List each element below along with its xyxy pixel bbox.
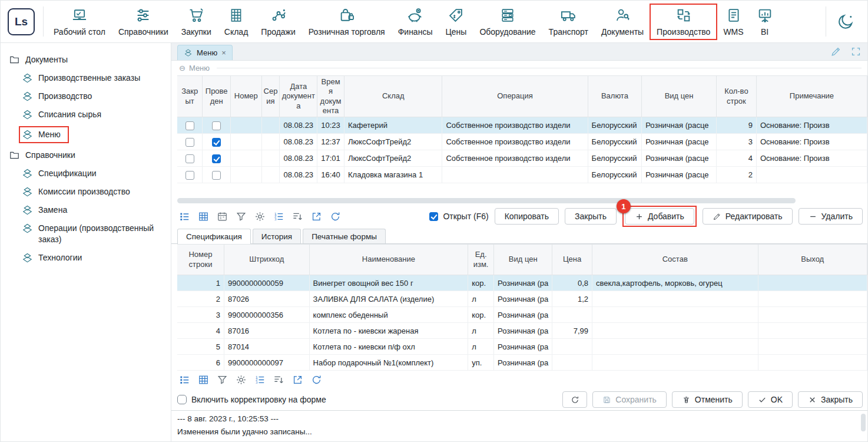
- table-row[interactable]: 4 87016 Котлета по - киевски жареная л Р…: [177, 323, 867, 339]
- cancel-button[interactable]: Отменить: [672, 391, 743, 408]
- column-header-number[interactable]: Номер: [231, 76, 261, 117]
- copy-button[interactable]: Копировать: [495, 208, 559, 225]
- tab-menu[interactable]: Меню ×: [177, 45, 233, 60]
- table-row[interactable]: 08.08.23 16:40 Кладовка магазина 1 Белор…: [177, 167, 867, 183]
- posted-checkbox[interactable]: [212, 121, 221, 130]
- nav-item-production[interactable]: Производство: [650, 4, 717, 39]
- table-row[interactable]: 5 87014 Котлета по - киевски п/ф охл л Р…: [177, 339, 867, 355]
- numbered-list-icon[interactable]: [254, 374, 266, 385]
- list-view-icon[interactable]: [179, 374, 190, 385]
- nav-item-transport[interactable]: Транспорт: [542, 4, 595, 39]
- column-header-barcode[interactable]: Штрихкод: [224, 245, 309, 275]
- nav-item-prices[interactable]: Цены: [439, 4, 473, 39]
- refresh-button[interactable]: [562, 391, 587, 408]
- nav-item-purchases[interactable]: Закупки: [175, 4, 218, 39]
- table-row[interactable]: 1 9900000000059 Винегрет овощной вес 150…: [177, 275, 867, 291]
- close-document-button[interactable]: Закрыть: [565, 208, 617, 225]
- column-header-posted[interactable]: Проведен: [203, 76, 231, 117]
- sidebar-item-production-orders[interactable]: Производственные заказы: [1, 69, 171, 87]
- column-header-line-number[interactable]: Номер строки: [177, 245, 224, 275]
- closed-checkbox[interactable]: [185, 121, 194, 130]
- edit-icon[interactable]: [830, 46, 842, 57]
- column-header-price-type[interactable]: Вид цен: [642, 76, 717, 117]
- horizontal-scrollbar[interactable]: [177, 198, 796, 203]
- save-button[interactable]: Сохранить: [592, 391, 667, 408]
- settings-icon[interactable]: [236, 374, 247, 385]
- column-header-time[interactable]: Время документа: [317, 76, 344, 117]
- checkbox[interactable]: [177, 395, 187, 404]
- filter-icon[interactable]: [236, 211, 247, 222]
- column-header-output[interactable]: Выход: [758, 245, 867, 275]
- settings-icon[interactable]: [254, 211, 266, 222]
- posted-checkbox[interactable]: [212, 138, 221, 147]
- app-logo[interactable]: Ls: [8, 8, 35, 35]
- tab-close-icon[interactable]: ×: [221, 49, 226, 57]
- sidebar-item-replacement[interactable]: Замена: [1, 201, 171, 219]
- nav-item-bi[interactable]: BI: [750, 4, 780, 39]
- table-row[interactable]: 08.08.23 17:01 ЛюксСофтТрейд2 Собственно…: [177, 150, 867, 167]
- sidebar-item-specifications[interactable]: Спецификации: [1, 164, 171, 183]
- nav-item-documents[interactable]: Документы: [595, 4, 650, 39]
- tab-specification[interactable]: Спецификация: [177, 229, 251, 243]
- nav-item-warehouse[interactable]: Склад: [218, 4, 255, 39]
- checkbox[interactable]: [429, 212, 438, 221]
- vertical-scrollbar[interactable]: [861, 414, 866, 431]
- column-header-price[interactable]: Цена: [552, 245, 592, 275]
- column-header-date[interactable]: Дата документа: [280, 76, 317, 117]
- grid-view-icon[interactable]: [198, 211, 209, 222]
- column-header-operation[interactable]: Операция: [442, 76, 588, 117]
- sort-icon[interactable]: [292, 211, 303, 222]
- posted-checkbox[interactable]: [212, 171, 221, 180]
- refresh-icon[interactable]: [311, 374, 322, 385]
- closed-checkbox[interactable]: [185, 171, 194, 180]
- numbered-list-icon[interactable]: [273, 211, 284, 222]
- delete-button[interactable]: Удалить: [799, 208, 863, 225]
- sidebar-item-raw-writeoffs[interactable]: Списания сырья: [1, 105, 171, 124]
- filter-icon[interactable]: [217, 374, 228, 385]
- calendar-icon[interactable]: [217, 211, 228, 222]
- sidebar-item-operations[interactable]: Операции (производственный заказ): [1, 219, 171, 249]
- nav-item-retail[interactable]: Розничная торговля: [302, 4, 392, 39]
- sidebar-item-technologies[interactable]: Технологии: [1, 249, 171, 267]
- sidebar-section-documents[interactable]: Документы: [1, 50, 171, 69]
- column-header-currency[interactable]: Валюта: [588, 76, 642, 117]
- close-form-button[interactable]: Закрыть: [798, 391, 863, 408]
- nav-item-references[interactable]: Справочники: [112, 4, 175, 39]
- column-header-note[interactable]: Примечание: [756, 76, 867, 117]
- sidebar-section-references[interactable]: Справочники: [1, 146, 171, 164]
- nav-item-wms[interactable]: WMS: [717, 4, 750, 39]
- column-header-composition[interactable]: Состав: [592, 245, 758, 275]
- table-row[interactable]: 08.08.23 10:23 Кафетерий Собственное про…: [177, 117, 867, 134]
- theme-toggle-button[interactable]: [830, 9, 862, 34]
- posted-checkbox[interactable]: [212, 154, 221, 163]
- table-row[interactable]: 08.08.23 12:37 ЛюксСофтТрейд2 Собственно…: [177, 134, 867, 150]
- nav-item-equipment[interactable]: Оборудование: [473, 4, 542, 39]
- column-header-closed[interactable]: Закрыт: [177, 76, 203, 117]
- export-icon[interactable]: [292, 374, 303, 385]
- add-button[interactable]: Добавить: [625, 208, 694, 225]
- sort-icon[interactable]: [273, 374, 284, 385]
- closed-checkbox[interactable]: [185, 138, 194, 147]
- table-row[interactable]: 6 9900000000097 Набор подарочный №1(комп…: [177, 355, 867, 371]
- closed-checkbox[interactable]: [185, 154, 194, 163]
- grid-view-icon[interactable]: [198, 374, 209, 385]
- nav-item-finance[interactable]: Финансы: [392, 4, 439, 39]
- tab-history[interactable]: История: [253, 229, 301, 243]
- list-view-icon[interactable]: [179, 211, 190, 222]
- tab-print-forms[interactable]: Печатные формы: [303, 229, 386, 243]
- refresh-icon[interactable]: [330, 211, 341, 222]
- column-header-price-type[interactable]: Вид цен: [494, 245, 552, 275]
- nav-item-desktop[interactable]: Рабочий стол: [47, 4, 112, 39]
- open-filter-checkbox[interactable]: Открыт (F6): [429, 212, 488, 221]
- table-row[interactable]: 3 9900000000356 комплекс обеденный кор. …: [177, 307, 867, 323]
- form-adjustment-checkbox[interactable]: Включить корректировку на форме: [177, 395, 326, 404]
- collapse-icon[interactable]: ⊖: [179, 64, 185, 72]
- table-row[interactable]: 2 87026 ЗАЛИВКА ДЛЯ САЛАТА (изделие) л Р…: [177, 291, 867, 307]
- sidebar-item-menu[interactable]: Меню: [1, 124, 171, 146]
- ok-button[interactable]: OK: [748, 391, 793, 408]
- column-header-name[interactable]: Наименование: [309, 245, 468, 275]
- column-header-warehouse[interactable]: Склад: [344, 76, 442, 117]
- column-header-series[interactable]: Серия: [261, 76, 280, 117]
- export-icon[interactable]: [311, 211, 322, 222]
- nav-item-sales[interactable]: Продажи: [254, 4, 302, 39]
